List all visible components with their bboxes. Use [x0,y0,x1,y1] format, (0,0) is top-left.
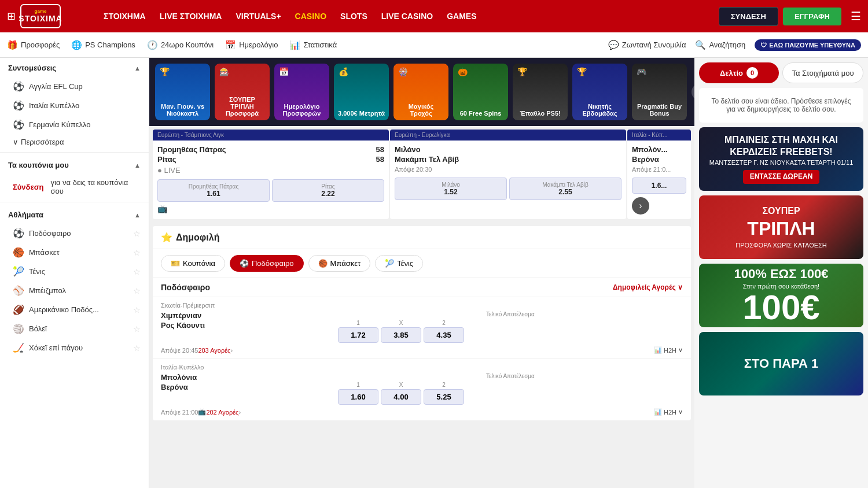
odd-btn-1-1[interactable]: Προμηθέας Πάτρας 1.61 [157,179,270,202]
match-row-1-markets[interactable]: 203 Αγορές [198,347,230,354]
odds-col-1-x: Χ 3.85 [381,320,421,343]
odd-btn-3-1[interactable]: 1.6... [632,178,686,194]
sidebar-item-football[interactable]: ⚽ Ποδόσφαιρο ☆ [0,224,149,243]
sidebar-item-italia-kypello[interactable]: ⚽ Ιταλία Κυπέλλο [0,96,149,115]
h2h-label-1: H2H [664,347,676,354]
odds-btn-1-x[interactable]: 3.85 [381,327,421,343]
eggrafi-button[interactable]: ΕΓΓΡΑΦΗ [783,8,841,25]
promo-card-ps-champions[interactable]: 🏆 Μαν. Γιουν. vs Νιούκαστλ [155,64,210,120]
ps-champions-item[interactable]: 🌐 PS Champions [71,40,135,50]
banner-100pct-title: 100% ΕΩΣ 100€ [734,266,829,283]
match-next-arrow[interactable]: › [632,197,649,215]
koupon-item[interactable]: 🕐 24ωρο Κουπόνι [147,40,214,50]
promo-banner-super-triple[interactable]: ΣΟΥΠΕΡ ΤΡΙΠΛΗ ΠΡΟΣΦΟΡΑ ΧΩΡΙΣ ΚΑΤΑΘΕΣΗ [699,195,863,259]
hamburger-icon[interactable]: ☰ [851,9,861,23]
fav-icon-football[interactable]: ☆ [133,229,141,238]
promo-card-metriti[interactable]: 💰 3.000€ Μετρητά [334,64,389,120]
fav-icon-basketball[interactable]: ☆ [133,248,141,257]
sidebar-item-tennis[interactable]: 🎾 Τένις ☆ [0,262,149,281]
fav-icon-beizmpol[interactable]: ☆ [133,286,141,295]
promo-card-offerfus[interactable]: 📅 Ημερολόγιο Προσφορών [274,64,329,120]
match-card-3-team2: Βερόνα [632,155,686,164]
promo-card-free-spins[interactable]: 🎃 60 Free Spins [453,64,508,120]
sidebar-divider-1 [0,152,149,153]
nav-games[interactable]: GAMES [447,12,476,21]
fav-icon-tennis[interactable]: ☆ [133,267,141,276]
grid-icon[interactable]: ⊞ [7,10,16,23]
syndesi-button[interactable]: ΣΥΝΔΕΣΗ [719,7,778,26]
sidebar-item-efl[interactable]: ⚽ Αγγλία EFL Cup [0,77,149,96]
nav-live-casino[interactable]: LIVE CASINO [381,12,433,21]
h2h-btn-2[interactable]: 📊 H2H ∨ [654,408,683,416]
pop-tab-basketball[interactable]: 🏀 Μπάσκετ [308,255,371,272]
promo-card-c27[interactable]: 🏆 Νικητής Εβδομάδας [572,64,627,120]
deltio-button[interactable]: Δελτίο 0 [699,62,779,83]
shortcuts-header[interactable]: Συντομεύσεις ▲ [0,58,149,77]
my-coupons-chevron: ▲ [134,162,141,169]
nav-casino[interactable]: CASINO [295,12,326,21]
nav-live[interactable]: LIVE ΣΤΟΙΧΗΜΑ [160,12,222,21]
prosfores-item[interactable]: 🎁 Προσφορές [7,40,60,50]
login-coupons-item[interactable]: Σύνδεση για να δεις τα κουπόνια σου [0,174,149,199]
nav-virtuals[interactable]: VIRTUALS+ [236,12,281,21]
more-btn[interactable]: ∨ Περισσότερα [0,134,149,150]
my-bets-button[interactable]: Τα Στοιχήματά μου [782,62,863,83]
promo-card-pragmatic[interactable]: 🎮 Pragmatic Buy Bonus [632,64,687,120]
eao-badge[interactable]: 🛡 ΕΑΩ ΠΑΙΖΟΥΜΕ ΥΠΕΥΘΥΝΑ [755,39,861,51]
sidebar-item-basketball[interactable]: 🏀 Μπάσκετ ☆ [0,243,149,262]
nav-slots[interactable]: SLOTS [340,12,367,21]
fav-icon-hockey[interactable]: ☆ [133,343,141,353]
sidebar-item-american-football[interactable]: 🏈 Αμερικάνικο Ποδός... ☆ [0,300,149,319]
banner-ps-champions-detail: ΜΑΝΤΣΕΣΤΕΡ Γ. ΝΣ ΝΙΟΥΚΑΣΤΑ ΤΕΤΑΡΤΗ 01/11 [709,158,854,167]
odd-btn-2-1[interactable]: Μιλάνο 1.52 [395,178,507,200]
fav-icon-volleyball[interactable]: ☆ [133,324,141,334]
odds-btn-2-2[interactable]: 5.25 [424,389,464,405]
match-card-2-team2: Μακάμπι Τελ Αβίβ [395,155,621,164]
promo-card-ps5[interactable]: 🏆 Έπαθλο PS5! [513,64,568,120]
promo-card-magical[interactable]: 🎡 Μαγικός Τροχός [393,64,448,120]
login-link[interactable]: Σύνδεση [13,183,44,191]
odds-btn-2-1[interactable]: 1.60 [338,389,378,405]
pop-tab-tennis[interactable]: 🎾 Τένις [375,255,423,272]
h2h-btn-1[interactable]: 📊 H2H ∨ [654,346,683,354]
pop-tab-coupons[interactable]: 🎫 Κουπόνια [161,255,225,272]
promo-banner-100pct[interactable]: 100% ΕΩΣ 100€ Στην πρώτη σου κατάθεση! 1… [699,264,863,327]
nav-stoixima[interactable]: ΣΤΟΙΧΗΜΑ [104,12,146,21]
logo[interactable]: game STOIXIMA [20,4,61,28]
statistika-item[interactable]: 📊 Στατιστικά [289,40,337,50]
match-row-2-markets[interactable]: 202 Αγορές [206,409,238,416]
fav-icon-american[interactable]: ☆ [133,305,141,315]
american-football-label: Αμερικάνικο Ποδός... [29,305,99,314]
odds-btn-1-2[interactable]: 4.35 [424,327,464,343]
my-coupons-header[interactable]: Τα κουπόνια μου ▲ [0,155,149,174]
search-item[interactable]: 🔍 Αναζήτηση [695,40,745,50]
promo-banner-ps-champions[interactable]: ΜΠΑΙΝΕΙΣ ΣΤΗ ΜΑΧΗ ΚΑΙ ΚΕΡΔΙΖΕΙΣ FREEBETS… [699,127,863,191]
promo-card-bg-green: 🎃 60 Free Spins [453,64,508,120]
promo-banner-para1[interactable]: ΣΤΟ ΠΑΡΑ 1 [699,332,863,395]
sidebar-item-beizmpol[interactable]: ⚾ Μπέιζμπολ ☆ [0,281,149,300]
sidebar-item-volleyball[interactable]: 🏐 Βόλεϊ ☆ [0,319,149,338]
content-area: 🏆 Μαν. Γιουν. vs Νιούκαστλ 🎰 ΣΟΥΠΕΡ ΤΡΙΠ… [149,58,694,488]
sidebar-item-hockey[interactable]: 🏒 Χόκεϊ επί πάγου ☆ [0,338,149,357]
match-card-1-header: Ευρώπη - Τσάμπιονς Λιγκ [153,130,389,141]
promo-card-super-triple[interactable]: 🎰 ΣΟΥΠΕΡ ΤΡΙΠΛΗ Προσφορά [215,64,270,120]
banner-ps-champions-cta[interactable]: ΕΝΤΑΣΣΕ ΔΩΡΕΑΝ [743,170,820,184]
sidebar-item-germania-kypello[interactable]: ⚽ Γερμανία Κύπελλο [0,115,149,134]
odd-btn-2-2[interactable]: Μακάμπι Τελ Αβίβ 2.55 [509,178,621,200]
baseball-sport-icon: ⚾ [13,285,24,296]
popular-markets-btn[interactable]: Δημοφιλείς Αγορές ∨ [613,283,683,291]
sidebar: Συντομεύσεις ▲ ⚽ Αγγλία EFL Cup ⚽ Ιταλία… [0,58,149,488]
logo-area[interactable]: game STOIXIMA [20,4,90,28]
pop-tab-football[interactable]: ⚽ Ποδόσφαιρο [230,255,304,272]
odd-value-3-1: 1.6... [652,182,667,190]
odd-btn-1-2[interactable]: Ρίτας 2.22 [272,179,384,202]
popular-title: ⭐ Δημοφιλή [161,232,219,243]
chat-item[interactable]: 💬 Ζωντανή Συνομιλία [608,40,686,50]
imerologio-label: Ημερολόγιο [239,40,278,49]
odds-btn-2-x[interactable]: 4.00 [381,389,421,405]
sports-header[interactable]: Αθλήματα ▲ [0,205,149,224]
match-card-3-body: Μπολόν... Βερόνα Απόψε 21:0... 1.6... › [627,141,691,219]
logo-line2: STOIXIMA [19,14,62,24]
odds-btn-1-1[interactable]: 1.72 [338,327,378,343]
imerologio-item[interactable]: 📅 Ημερολόγιο [225,40,278,50]
